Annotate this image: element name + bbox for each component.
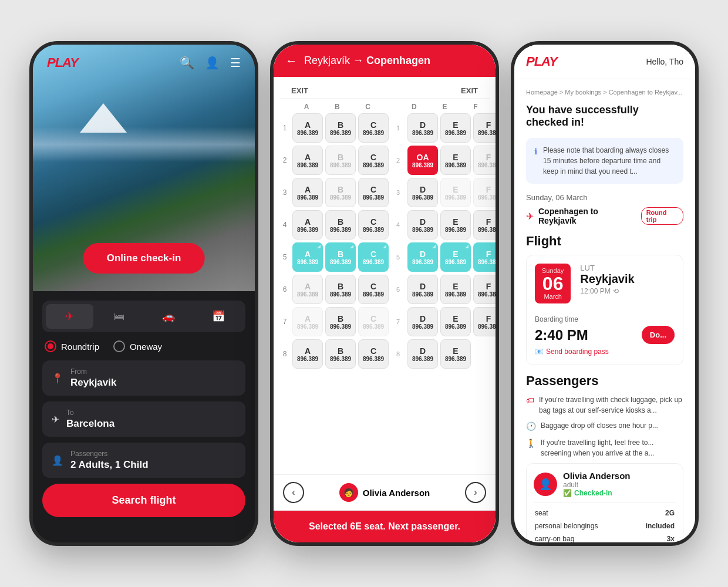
seat-letter: F	[486, 217, 491, 227]
aisle-6: 6	[391, 286, 405, 293]
seat-row-7: 7A896.389B896.389C896.3897D896.389E896.3…	[279, 307, 490, 336]
back-button[interactable]: ←	[285, 54, 297, 68]
seat-price: 896.389	[445, 356, 466, 362]
seat-1E[interactable]: E896.389	[440, 113, 471, 143]
seat-letter: E	[453, 249, 458, 259]
seats-right-6: D896.389E896.389F896.389	[407, 275, 496, 304]
luggage-text-1: If you're travelling with check luggage,…	[539, 394, 683, 416]
seat-4A[interactable]: A896.389	[292, 210, 323, 239]
seat-price: 896.389	[330, 259, 351, 265]
seat-4B[interactable]: B896.389	[325, 210, 356, 239]
seat-6C[interactable]: C896.389	[358, 275, 389, 304]
from-label: From	[70, 367, 236, 376]
roundtrip-option[interactable]: Roundtrip	[45, 340, 99, 352]
search-flight-button[interactable]: Search flight	[42, 484, 245, 517]
aisle-3: 3	[391, 189, 405, 196]
seat-5B[interactable]: B896.389	[325, 242, 356, 272]
seat-map[interactable]: EXIT EXIT A B C D E F 1A896.389B896.389C…	[274, 77, 496, 474]
seat-2B: B896.389	[325, 146, 356, 175]
search-icon[interactable]: 🔍	[180, 56, 194, 70]
to-field[interactable]: ✈ To Barcelona	[42, 402, 245, 437]
seat-7F[interactable]: F896.389	[473, 307, 496, 336]
seat-3D[interactable]: D896.389	[407, 178, 438, 207]
passenger-name: Olivia Anderson	[363, 488, 430, 498]
seat-1F[interactable]: F896.389	[473, 113, 496, 143]
seat-4E[interactable]: E896.389	[440, 210, 471, 239]
clock-icon: 🕐	[526, 420, 536, 433]
checkin-button[interactable]: Online check-in	[83, 243, 205, 274]
from-field[interactable]: 📍 From Reykjavik	[42, 360, 245, 396]
car-tab[interactable]: 🚗	[145, 304, 193, 329]
seat-1C[interactable]: C896.389	[358, 113, 389, 143]
seat-5D[interactable]: D896.389	[407, 242, 438, 272]
seat-7E[interactable]: E896.389	[440, 307, 471, 336]
seat-4D[interactable]: D896.389	[407, 210, 438, 239]
oneway-option[interactable]: Oneway	[113, 340, 162, 352]
calendar-tab[interactable]: 📅	[195, 304, 242, 329]
to-value: Barcelona	[66, 418, 236, 430]
seat-5A[interactable]: A896.389	[292, 242, 323, 272]
seat-letter: B	[338, 346, 343, 356]
seat-8A[interactable]: A896.389	[292, 339, 323, 369]
seat-2OA[interactable]: OA896.389	[407, 146, 438, 175]
seat-7B[interactable]: B896.389	[325, 307, 356, 336]
hotel-tab[interactable]: 🛏	[96, 304, 143, 329]
seat-6F[interactable]: F896.389	[473, 275, 496, 304]
seat-3A[interactable]: A896.389	[292, 178, 323, 207]
seat-price: 896.389	[445, 162, 466, 168]
seat-2A[interactable]: A896.389	[292, 146, 323, 175]
seat-5F[interactable]: F896.389	[473, 242, 496, 272]
seat-letter: E	[453, 314, 458, 323]
row-number-6: 6	[279, 285, 290, 294]
seat-price: 896.389	[478, 194, 496, 201]
seat-8C[interactable]: C896.389	[358, 339, 389, 369]
seat-3C[interactable]: C896.389	[358, 178, 389, 207]
seat-4F[interactable]: F896.389	[473, 210, 496, 239]
seat-6B[interactable]: B896.389	[325, 275, 356, 304]
luggage-note-2: 🕐 Baggage drop off closes one hour p...	[526, 420, 683, 433]
seat-price: 896.389	[330, 162, 351, 168]
month-label: March	[542, 293, 564, 300]
passengers-field[interactable]: 👤 Passengers 2 Adults, 1 Child	[42, 443, 245, 478]
destination-city: Copenhagen	[366, 55, 430, 66]
seat-7D[interactable]: D896.389	[407, 307, 438, 336]
menu-icon[interactable]: ☰	[230, 56, 241, 70]
send-boarding-pass-button[interactable]: 📧 Send boarding pass	[535, 348, 609, 356]
seat-5E[interactable]: E896.389	[440, 242, 471, 272]
passengers-value: 2 Adults, 1 Child	[70, 459, 236, 471]
next-passenger-cta[interactable]: Selected 6E seat. Next passenger.	[274, 511, 496, 542]
seat-8E[interactable]: E896.389	[440, 339, 471, 369]
download-button[interactable]: Do...	[642, 326, 675, 344]
breadcrumb: Homepage > My bookings > Copenhagen to R…	[526, 89, 683, 96]
seat-8D[interactable]: D896.389	[407, 339, 438, 369]
exit-right: EXIT	[461, 86, 478, 95]
seat-letter: E	[453, 282, 458, 291]
seat-letter: A	[305, 314, 311, 323]
from-content: From Reykjavik	[70, 367, 236, 389]
seat-letter: C	[370, 185, 376, 194]
seat-5C[interactable]: C896.389	[358, 242, 389, 272]
seat-1D[interactable]: D896.389	[407, 113, 438, 143]
profile-icon[interactable]: 👤	[205, 56, 220, 70]
seat-letter: F	[486, 249, 491, 259]
flights-tab[interactable]: ✈	[46, 304, 93, 329]
next-passenger-button[interactable]: ›	[465, 482, 486, 503]
seat-2E[interactable]: E896.389	[440, 146, 471, 175]
oneway-radio[interactable]	[113, 340, 125, 352]
seat-1B[interactable]: B896.389	[325, 113, 356, 143]
prev-passenger-button[interactable]: ‹	[283, 482, 304, 503]
seat-6E[interactable]: E896.389	[440, 275, 471, 304]
seat-letter: B	[338, 185, 343, 194]
seats-right-5: D896.389E896.389F896.389	[407, 242, 496, 272]
to-content: To Barcelona	[66, 409, 236, 430]
seat-letter: OA	[417, 153, 429, 162]
seat-2C[interactable]: C896.389	[358, 146, 389, 175]
seat-8B[interactable]: B896.389	[325, 339, 356, 369]
seat-letter: D	[420, 282, 426, 291]
seat-4C[interactable]: C896.389	[358, 210, 389, 239]
seat-price: 896.389	[412, 227, 433, 233]
seat-1A[interactable]: A896.389	[292, 113, 323, 143]
seat-6D[interactable]: D896.389	[407, 275, 438, 304]
roundtrip-radio[interactable]	[45, 340, 56, 352]
seat-letter: F	[486, 282, 491, 291]
